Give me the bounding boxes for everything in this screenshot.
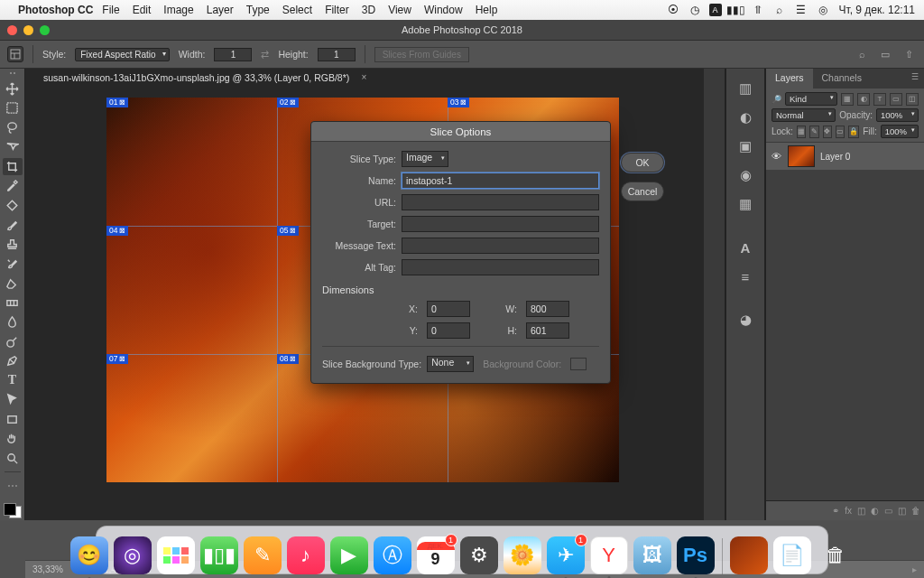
paragraph-panel-icon[interactable]: ≡ — [733, 264, 758, 289]
menu-file[interactable]: File — [102, 4, 119, 16]
history-panel-icon[interactable]: ▥ — [733, 76, 758, 101]
menu-image[interactable]: Image — [163, 4, 193, 16]
layer-style-icon[interactable]: fx — [845, 506, 852, 516]
rectangle-tool-icon[interactable] — [3, 411, 23, 429]
opacity-select[interactable]: 100% — [876, 108, 919, 122]
swatches-panel-icon[interactable]: ▦ — [733, 191, 758, 217]
lock-transparent-icon[interactable]: ▦ — [797, 126, 806, 138]
menu-select[interactable]: Select — [282, 4, 312, 16]
target-input[interactable] — [402, 216, 599, 232]
dock-numbers[interactable]: ▮▯▮ — [200, 536, 238, 574]
adjustment-layer-icon[interactable]: ◐ — [871, 506, 879, 516]
visibility-eye-icon[interactable]: 👁 — [770, 151, 782, 162]
dock-appstore[interactable]: Ⓐ — [374, 536, 411, 574]
stamp-tool-icon[interactable] — [3, 236, 23, 254]
alt-input[interactable] — [402, 259, 599, 275]
panel-menu-icon[interactable]: ☰ — [906, 69, 924, 89]
lock-artboard-icon[interactable]: ▭ — [836, 126, 845, 138]
dock-preview[interactable]: 🖼 — [633, 536, 671, 574]
wifi-icon[interactable]: ⥣ — [751, 3, 765, 17]
move-tool-icon[interactable] — [3, 80, 23, 98]
dock-settings[interactable]: ⚙ — [460, 536, 498, 574]
slice-badge-05[interactable]: 05⊠ — [277, 226, 299, 236]
character-panel-icon[interactable]: A — [733, 235, 758, 260]
dock-calendar[interactable]: ДЕК.91 — [417, 536, 455, 574]
blur-tool-icon[interactable] — [3, 313, 23, 331]
dodge-tool-icon[interactable] — [3, 332, 23, 350]
dock-launchpad[interactable] — [157, 536, 195, 574]
height-input[interactable]: 1 — [318, 48, 356, 61]
window-traffic-lights[interactable] — [7, 25, 50, 35]
quick-select-tool-icon[interactable] — [3, 138, 23, 156]
foreground-color-swatch[interactable] — [4, 503, 16, 516]
url-input[interactable] — [402, 194, 599, 210]
healing-tool-icon[interactable] — [3, 197, 23, 215]
menu-help[interactable]: Help — [476, 4, 498, 16]
marquee-tool-icon[interactable] — [3, 99, 23, 117]
filter-pixel-icon[interactable]: ▦ — [841, 93, 854, 106]
dock-photoshop[interactable]: Ps — [677, 536, 715, 574]
zoom-tool-icon[interactable] — [3, 450, 23, 468]
color-swatches[interactable] — [2, 501, 23, 520]
name-input[interactable] — [402, 172, 599, 189]
lang-icon[interactable]: A — [709, 4, 722, 16]
swap-wh-icon[interactable]: ⇄ — [261, 49, 269, 60]
cancel-button[interactable]: Cancel — [621, 182, 664, 201]
dock-photos[interactable]: 🌼 — [504, 536, 541, 574]
slice-badge-01[interactable]: 01⊠ — [106, 98, 128, 107]
layer-name[interactable]: Layer 0 — [820, 152, 850, 162]
width-input[interactable]: 1 — [214, 48, 252, 61]
share-icon[interactable]: ⇧ — [901, 46, 917, 62]
color-panel-icon[interactable]: ◉ — [733, 163, 758, 188]
layer-group-icon[interactable]: ▭ — [884, 506, 892, 516]
close-tab-icon[interactable]: × — [361, 72, 366, 82]
blend-mode-select[interactable]: Normal — [772, 108, 836, 122]
dock-siri[interactable]: ◎ — [114, 536, 152, 574]
new-layer-icon[interactable]: ◫ — [898, 506, 906, 516]
document-tab[interactable]: susan-wilkinson-13aiJ1bGXmo-unsplash.jpg… — [34, 69, 373, 89]
dock-music[interactable]: ♪ — [287, 536, 325, 574]
layer-row[interactable]: 👁 Layer 0 — [766, 143, 924, 170]
gradient-tool-icon[interactable] — [3, 294, 23, 312]
minimize-window-icon[interactable] — [23, 25, 33, 35]
edit-toolbar-icon[interactable]: ⋯ — [3, 477, 23, 495]
dock-facetime[interactable]: ▶ — [330, 536, 368, 574]
clock-icon[interactable]: ◷ — [688, 3, 702, 17]
style-select[interactable]: Fixed Aspect Ratio — [75, 48, 169, 61]
filter-adjust-icon[interactable]: ◐ — [857, 93, 870, 106]
x-input[interactable] — [427, 301, 470, 317]
w-input[interactable] — [526, 301, 569, 317]
dock-telegram[interactable]: ✈1 — [547, 536, 585, 574]
lock-pixels-icon[interactable]: ✎ — [809, 126, 818, 138]
adjustments-panel-icon[interactable]: ◐ — [733, 105, 758, 130]
type-tool-icon[interactable]: T — [3, 372, 23, 390]
battery-icon[interactable]: ▮▮▯ — [729, 3, 744, 17]
filter-shape-icon[interactable]: ▭ — [890, 93, 902, 106]
ok-button[interactable]: OK — [621, 153, 664, 172]
dock-recent-doc[interactable] — [730, 536, 768, 574]
tool-preset-icon[interactable] — [7, 46, 23, 62]
slice-badge-03[interactable]: 03⊠ — [448, 98, 469, 107]
filter-smart-icon[interactable]: ◫ — [906, 93, 919, 106]
layers-tab[interactable]: Layers — [766, 69, 813, 89]
lock-position-icon[interactable]: ✥ — [823, 126, 832, 138]
pen-tool-icon[interactable] — [3, 352, 23, 370]
slice-type-select[interactable]: Image — [402, 151, 448, 167]
slice-badge-02[interactable]: 02⊠ — [277, 98, 299, 107]
dock-yandex[interactable]: Y — [590, 536, 628, 574]
menu-type[interactable]: Type — [246, 4, 270, 16]
record-icon[interactable]: ⦿ — [666, 3, 680, 17]
link-layers-icon[interactable]: ⚭ — [832, 506, 839, 516]
path-select-tool-icon[interactable] — [3, 391, 23, 409]
bg-type-select[interactable]: None — [427, 356, 474, 372]
slice-badge-08[interactable]: 08⊠ — [277, 354, 299, 364]
menu-3d[interactable]: 3D — [362, 4, 375, 16]
workspace-icon[interactable]: ▭ — [877, 46, 893, 62]
dock-pages[interactable]: ✎ — [244, 536, 282, 574]
h-input[interactable] — [526, 322, 569, 339]
fill-select[interactable]: 100% — [881, 125, 919, 138]
menu-edit[interactable]: Edit — [133, 4, 152, 16]
slices-from-guides-button[interactable]: Slices From Guides — [374, 47, 469, 62]
brush-tool-icon[interactable] — [3, 216, 23, 234]
search-tool-icon[interactable]: ⌕ — [854, 46, 870, 62]
